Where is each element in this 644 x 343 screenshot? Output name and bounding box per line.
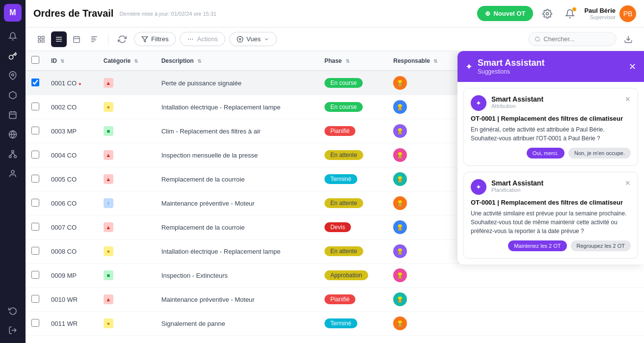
view-table-icon[interactable]	[51, 31, 67, 47]
row-category: ●	[98, 95, 156, 119]
sidebar-item-calendar[interactable]	[4, 106, 22, 124]
sidebar: M	[0, 0, 26, 343]
col-responsable: Responsable ⇅	[387, 51, 457, 71]
smart-panel-subtitle: Suggestions	[478, 68, 544, 75]
svg-rect-22	[74, 36, 80, 42]
toolbar: Filtres Actions Vues	[26, 27, 644, 51]
sidebar-item-network[interactable]	[4, 145, 22, 163]
row-checkbox[interactable]	[31, 103, 39, 110]
phase-badge: Terminé	[324, 174, 357, 184]
smart-card-attribution: ✦ Smart Assistant Attribution ✕ OT-0001 …	[463, 88, 638, 166]
btn-no-occupe[interactable]: Non, je m'en occupe.	[568, 148, 631, 158]
sidebar-item-notifications[interactable]	[4, 27, 22, 45]
avatar: 👷	[393, 268, 407, 282]
avatar: 👷	[393, 148, 407, 162]
notifications-bell-icon[interactable]	[562, 5, 578, 22]
row-actif	[457, 312, 543, 336]
svg-point-36	[536, 37, 539, 41]
row-checkbox[interactable]	[31, 199, 39, 207]
phase-badge: En course	[324, 78, 363, 88]
smart-card-1-close[interactable]: ✕	[625, 95, 631, 103]
smart-panel-close-button[interactable]: ✕	[629, 61, 636, 72]
avatar: 👷	[393, 220, 407, 234]
view-calendar-icon[interactable]	[69, 31, 84, 47]
col-phase: Phase ⇅	[319, 51, 387, 71]
row-checkbox[interactable]	[31, 175, 39, 183]
table-row[interactable]: 0009 MP ■ Inspection - Extincteurs Appro…	[26, 264, 644, 288]
svg-rect-17	[42, 40, 44, 42]
priority-icon: ●	[104, 318, 113, 328]
row-responsable: 👷	[387, 239, 457, 264]
row-checkbox[interactable]	[31, 295, 39, 303]
row-phase: Pianifié	[319, 119, 387, 143]
row-id: 0011 WR	[45, 312, 98, 336]
sidebar-item-box[interactable]	[4, 86, 22, 104]
svg-rect-15	[38, 36, 41, 39]
table-row[interactable]: 0010 WR ▲ Maintenance préventive - Moteu…	[26, 288, 644, 312]
row-phase: En attente	[319, 239, 387, 264]
svg-point-32	[192, 39, 193, 39]
priority-icon: ▲	[104, 222, 113, 232]
filter-button[interactable]: Filtres	[134, 32, 176, 46]
search-icon	[535, 36, 540, 43]
new-ot-label: Nouvel OT	[493, 10, 525, 17]
avatar: 👷	[393, 100, 407, 114]
avatar: 👷	[393, 76, 407, 90]
app-logo[interactable]: M	[4, 4, 22, 22]
row-description: Remplacement de la courroie	[156, 167, 319, 191]
smart-card-2-close[interactable]: ✕	[625, 179, 631, 187]
row-responsable: 👷	[387, 95, 457, 119]
row-description: Inspection - Extincteurs	[156, 264, 319, 288]
avatar: 👷	[393, 244, 407, 258]
row-checkbox[interactable]	[31, 79, 39, 86]
smart-card-2-title: Smart Assistant	[491, 179, 543, 187]
row-ai	[543, 312, 574, 336]
sidebar-item-key[interactable]	[4, 47, 22, 65]
row-checkbox[interactable]	[31, 151, 39, 158]
views-button[interactable]: Vues	[229, 32, 277, 46]
actions-label: Actions	[197, 35, 218, 43]
sidebar-item-logout[interactable]	[4, 321, 22, 339]
col-description: Description ⇅	[156, 51, 319, 71]
content-area: ID ⇅ Catégorie ⇅ Description ⇅ Phase ⇅ R…	[26, 51, 644, 343]
smart-panel-title: Smart Assistant	[478, 58, 544, 68]
sidebar-item-globe[interactable]	[4, 126, 22, 143]
row-description: Signalement de panne	[156, 312, 319, 336]
avatar[interactable]: PB	[619, 5, 636, 22]
main-content: Ordres de Travail Dernière mise à jour: …	[26, 0, 644, 343]
row-checkbox[interactable]	[31, 247, 39, 255]
row-date	[574, 312, 644, 336]
row-category: ▲	[98, 215, 156, 239]
view-gantt-icon[interactable]	[86, 31, 102, 47]
row-checkbox[interactable]	[31, 223, 39, 231]
search-input[interactable]	[543, 35, 610, 43]
row-category: ▲	[98, 288, 156, 312]
col-categorie: Catégorie ⇅	[98, 51, 156, 71]
sidebar-item-user[interactable]	[4, 165, 22, 183]
svg-point-7	[12, 151, 14, 153]
row-phase: En attente	[319, 143, 387, 167]
refresh-button[interactable]	[114, 31, 130, 47]
btn-yes-merci[interactable]: Oui, merci.	[527, 148, 564, 158]
row-responsable: 👷	[387, 167, 457, 191]
download-icon[interactable]	[620, 31, 636, 47]
new-ot-button[interactable]: ⊕ Nouvel OT	[477, 6, 533, 21]
user-info: Paul Bérie Supervisor PB	[584, 5, 636, 22]
btn-maintain-ot[interactable]: Maintenez les 2 OT	[508, 240, 566, 251]
settings-icon[interactable]	[539, 5, 556, 22]
smart-panel-header: ✦ Smart Assistant Suggestions ✕	[457, 51, 644, 82]
filter-label: Filtres	[151, 35, 168, 43]
sidebar-item-location[interactable]	[4, 67, 22, 84]
row-checkbox[interactable]	[31, 127, 39, 134]
row-category: ▲	[98, 71, 156, 95]
row-checkbox[interactable]	[31, 319, 39, 327]
btn-regroup-ot[interactable]: Regroupez les 2 OT	[571, 240, 631, 251]
row-checkbox[interactable]	[31, 271, 39, 279]
table-row[interactable]: 0011 WR ● Signalement de panne Terminé 👷	[26, 312, 644, 336]
row-id: 0006 CO	[45, 191, 98, 215]
view-list-icon[interactable]	[33, 31, 49, 47]
sidebar-item-history[interactable]	[4, 302, 22, 319]
actions-button[interactable]: Actions	[180, 32, 225, 46]
select-all-checkbox[interactable]	[31, 56, 39, 64]
row-category: ●	[98, 239, 156, 264]
